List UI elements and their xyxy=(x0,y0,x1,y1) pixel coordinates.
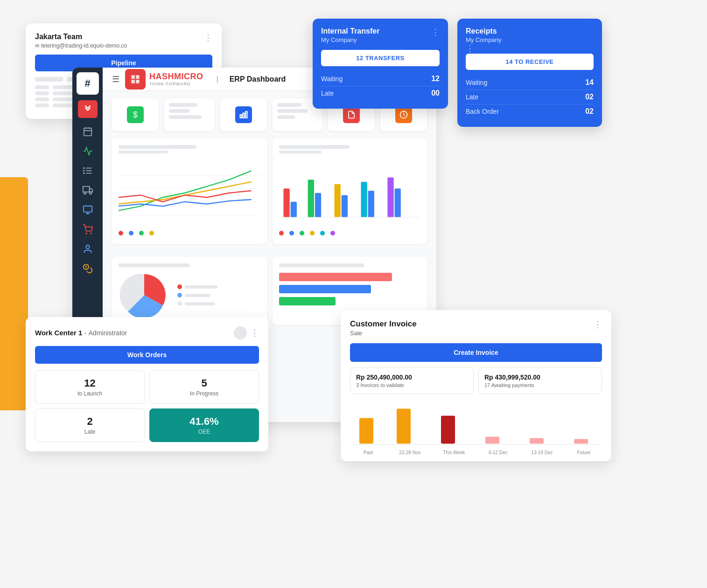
chart-label-past: Past xyxy=(357,450,380,455)
pie-legend xyxy=(177,284,217,306)
sidebar-calendar-icon[interactable] xyxy=(78,123,98,140)
receipts-late-value: 02 xyxy=(585,93,594,101)
amount-validate-value: Rp 250,490,000.00 xyxy=(356,374,468,381)
svg-marker-11 xyxy=(89,188,92,192)
work-center-title: Work Center 1 - Administrator xyxy=(35,329,127,337)
sidebar-chart-icon[interactable] xyxy=(78,142,98,160)
wc-menu-icon[interactable]: ⋮ xyxy=(251,328,259,338)
wc-stat-inprogress: 5 In Progress xyxy=(149,370,259,404)
kpi-sales: $ xyxy=(112,98,159,131)
sidebar-coins-icon[interactable] xyxy=(78,260,98,277)
create-invoice-button[interactable]: Create Invoice xyxy=(350,343,602,362)
invoice-bar-chart xyxy=(350,401,602,447)
transfer-menu-icon[interactable]: ⋮ xyxy=(431,27,440,37)
transfer-title: Internal Transfer xyxy=(321,27,379,35)
receipts-subtitle: My Company xyxy=(466,36,594,43)
work-center-stats: 12 to Launch 5 In Progress 2 Late 41.6% … xyxy=(35,370,259,442)
work-center-card: Work Center 1 - Administrator ⋮ Work Ord… xyxy=(26,317,268,451)
pie-chart-section xyxy=(112,257,267,325)
hm-brand-name: HASHMICRO xyxy=(149,72,203,82)
transfers-button[interactable]: 12 TRANSFERS xyxy=(321,50,440,66)
yellow-accent xyxy=(0,177,28,410)
jakarta-menu-icon[interactable]: ⋮ xyxy=(204,33,212,43)
svg-rect-30 xyxy=(290,202,296,217)
hbar-blue xyxy=(279,285,371,293)
jakarta-info: Jakarta Team ✉ telering@trading-id.equio… xyxy=(35,33,127,49)
hbar-pink xyxy=(279,273,392,281)
transfer-waiting-value: 12 xyxy=(431,75,440,83)
sidebar-cart-icon[interactable] xyxy=(78,221,98,238)
customer-invoice-card: Customer Invoice Sale ⋮ Create Invoice R… xyxy=(341,310,611,461)
transfer-waiting-row: Waiting 12 xyxy=(321,72,440,86)
receipts-title: Receipts xyxy=(466,27,594,35)
line-chart-section xyxy=(112,138,267,244)
svg-rect-22 xyxy=(243,113,244,118)
inprogress-label: In Progress xyxy=(157,390,251,397)
divider: | xyxy=(217,75,218,83)
sidebar-list-icon[interactable] xyxy=(78,162,98,180)
chart-label-dec6: 6-12 Dec xyxy=(484,450,512,455)
charts-two-col xyxy=(112,138,427,250)
svg-point-18 xyxy=(91,233,91,234)
svg-rect-40 xyxy=(359,418,373,444)
inprogress-count: 5 xyxy=(157,377,251,389)
svg-rect-31 xyxy=(308,180,314,217)
receive-button[interactable]: 14 TO RECEIVE xyxy=(466,54,594,70)
internal-transfer-card: Internal Transfer My Company ⋮ 12 TRANSF… xyxy=(313,19,448,109)
amount-awaiting-value: Rp 430,999,520.00 xyxy=(484,374,596,381)
receipts-backorder-label: Back Order xyxy=(466,108,499,115)
invoice-amount-validate: Rp 250,490,000.00 3 Invoices to validate xyxy=(350,367,474,394)
receipts-card: Receipts My Company ⋮ 14 TO RECEIVE Wait… xyxy=(457,19,602,127)
hamburger-icon[interactable]: ☰ xyxy=(112,74,119,84)
hashmicro-logo: HASHMICRO THINK FORWARD xyxy=(125,69,203,90)
transfer-late-value: 00 xyxy=(431,89,440,97)
erp-dashboard-title: ERP Dashboard xyxy=(230,75,286,83)
kpi-analytics xyxy=(220,98,267,131)
wc-circle-control[interactable] xyxy=(234,326,247,339)
hm-logo-box xyxy=(125,69,146,90)
amount-validate-desc: 3 Invoices to validate xyxy=(356,382,468,388)
svg-rect-32 xyxy=(315,193,321,217)
hbar-green xyxy=(279,297,336,305)
svg-point-17 xyxy=(86,233,87,234)
svg-rect-33 xyxy=(334,184,340,217)
sidebar-monitor-icon[interactable] xyxy=(78,201,98,219)
receipts-waiting-value: 14 xyxy=(585,78,594,87)
receipts-late-row: Late 02 xyxy=(466,90,594,104)
pie-section xyxy=(119,272,260,318)
transfer-waiting-label: Waiting xyxy=(321,75,343,83)
invoice-amount-awaiting: Rp 430,999,520.00 17 Awaiting payments xyxy=(478,367,602,394)
sidebar-user-icon[interactable] xyxy=(78,240,98,258)
invoice-chart-container: Past 22-28 Nov This Week 6-12 Dec 13-19 … xyxy=(350,401,602,452)
svg-rect-10 xyxy=(83,187,89,192)
receipts-menu-icon[interactable]: ⋮ xyxy=(466,44,474,53)
transfer-subtitle: My Company xyxy=(321,36,379,43)
email-icon: ✉ xyxy=(35,43,39,49)
receipts-waiting-label: Waiting xyxy=(466,79,487,86)
transfer-card-info: Internal Transfer My Company xyxy=(321,27,379,43)
bar-chart-icon xyxy=(235,106,252,123)
svg-point-9 xyxy=(83,173,84,174)
svg-rect-41 xyxy=(397,409,411,444)
dollar-icon: $ xyxy=(127,106,144,123)
svg-rect-45 xyxy=(574,439,588,444)
invoice-menu-icon[interactable]: ⋮ xyxy=(594,319,602,330)
svg-point-7 xyxy=(83,168,84,169)
invoice-title: Customer Invoice xyxy=(350,319,417,329)
hm-tagline: THINK FORWARD xyxy=(149,82,203,86)
svg-rect-38 xyxy=(394,188,400,217)
svg-point-8 xyxy=(83,170,84,171)
svg-rect-44 xyxy=(530,438,544,444)
bar-chart-section xyxy=(273,138,427,244)
chart-label-thisweek: This Week xyxy=(440,450,468,455)
svg-point-19 xyxy=(86,245,89,249)
late-label: Late xyxy=(43,429,137,435)
work-orders-button[interactable]: Work Orders xyxy=(35,346,259,364)
amount-awaiting-desc: 17 Awaiting payments xyxy=(484,382,596,388)
svg-rect-14 xyxy=(83,206,91,212)
chart-label-nov: 22-28 Nov xyxy=(396,450,424,455)
sidebar-truck-icon[interactable] xyxy=(78,181,98,199)
oee-value: 41.6% xyxy=(157,415,251,428)
sidebar-nav-forward[interactable] xyxy=(78,100,98,118)
pie-chart xyxy=(119,272,170,318)
